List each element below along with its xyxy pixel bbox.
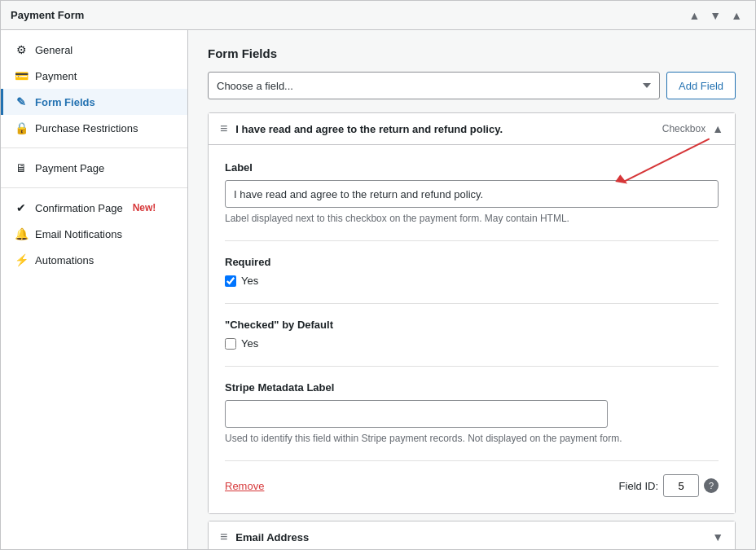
accordion-email-address: ≡ Email Address ▼: [208, 521, 736, 549]
field-id-row: Field ID: ?: [619, 474, 719, 497]
field-id-label: Field ID:: [619, 480, 658, 492]
bell-icon: 🔔: [14, 227, 29, 240]
app-window: Payment Form ▲ ▼ ▲ ⚙ General 💳 Payment ✎…: [0, 0, 756, 550]
page-title: Form Fields: [208, 46, 736, 60]
sidebar-item-label: Confirmation Page: [35, 202, 123, 214]
field-selector-row: Choose a field... Add Field: [208, 72, 736, 99]
sidebar-divider-1: [1, 147, 187, 148]
stripe-metadata-input[interactable]: [225, 400, 608, 428]
svg-line-0: [624, 139, 710, 182]
sidebar-item-label: General: [35, 44, 73, 56]
checked-default-checkbox[interactable]: [225, 338, 236, 350]
sidebar-item-payment-page[interactable]: 🖥 Payment Page: [1, 155, 187, 181]
sidebar-item-label: Payment: [35, 70, 77, 82]
sidebar-item-label: Automations: [35, 254, 94, 266]
gear-icon: ⚙: [14, 43, 29, 56]
accordion-checkbox-field: ≡ I have read and agree to the return an…: [208, 112, 736, 514]
drag-handle-icon: ≡: [220, 530, 227, 544]
sidebar-divider-2: [1, 187, 187, 188]
sidebar-item-payment[interactable]: 💳 Payment: [1, 63, 187, 89]
chevron-down-icon: ▼: [712, 530, 723, 543]
arrow-container: [225, 180, 719, 208]
checked-default-checkbox-row: Yes: [225, 337, 719, 350]
check-icon: ✔: [14, 201, 29, 214]
accordion-header-email[interactable]: ≡ Email Address ▼: [209, 521, 735, 549]
title-bar-title: Payment Form: [11, 9, 84, 21]
credit-card-icon: 💳: [14, 69, 29, 82]
stripe-metadata-field-group: Stripe Metadata Label Used to identify t…: [225, 366, 719, 444]
remove-button[interactable]: Remove: [225, 480, 264, 492]
title-bar: Payment Form ▲ ▼ ▲: [1, 1, 755, 30]
add-field-button[interactable]: Add Field: [666, 72, 736, 99]
main-content: Form Fields Choose a field... Add Field …: [188, 30, 755, 549]
title-bar-controls: ▲ ▼ ▲: [685, 7, 745, 24]
sidebar-item-label: Email Notifications: [35, 228, 122, 240]
accordion-title-checkbox: I have read and agree to the return and …: [235, 123, 662, 135]
main-layout: ⚙ General 💳 Payment ✎ Form Fields 🔒 Purc…: [1, 30, 755, 549]
sidebar-item-confirmation-page[interactable]: ✔ Confirmation Page New!: [1, 195, 187, 221]
sidebar-item-automations[interactable]: ⚡ Automations: [1, 247, 187, 273]
sidebar-item-form-fields[interactable]: ✎ Form Fields: [1, 89, 187, 115]
field-select-dropdown[interactable]: Choose a field...: [208, 72, 660, 99]
stripe-metadata-hint: Used to identify this field within Strip…: [225, 433, 719, 444]
checked-default-field-group: "Checked" by Default Yes: [225, 303, 719, 350]
title-bar-up-btn[interactable]: ▲: [685, 7, 703, 24]
bolt-icon: ⚡: [14, 253, 29, 266]
field-id-input[interactable]: [663, 474, 699, 497]
required-checkbox-row: Yes: [225, 275, 719, 287]
help-icon[interactable]: ?: [704, 478, 719, 493]
accordion-title-email: Email Address: [235, 531, 712, 543]
label-field-group: Label Label displayed next to this check…: [225, 161, 719, 224]
sidebar-item-purchase-restrictions[interactable]: 🔒 Purchase Restrictions: [1, 115, 187, 141]
monitor-icon: 🖥: [14, 161, 29, 174]
new-badge: New!: [133, 202, 156, 213]
sidebar: ⚙ General 💳 Payment ✎ Form Fields 🔒 Purc…: [1, 30, 188, 549]
accordion-header-checkbox[interactable]: ≡ I have read and agree to the return an…: [209, 113, 735, 145]
drag-handle-icon: ≡: [220, 121, 227, 136]
chevron-up-icon: ▲: [712, 122, 723, 135]
label-hint: Label displayed next to this checkbox on…: [225, 213, 719, 224]
title-bar-expand-btn[interactable]: ▲: [727, 7, 745, 24]
required-field-group: Required Yes: [225, 240, 719, 287]
sidebar-item-general[interactable]: ⚙ General: [1, 37, 187, 63]
sidebar-item-label: Payment Page: [35, 162, 104, 174]
edit-icon: ✎: [14, 95, 29, 108]
accordion-footer-checkbox: Remove Field ID: ?: [225, 460, 719, 497]
checked-default-section-label: "Checked" by Default: [225, 319, 719, 331]
required-checkbox-label: Yes: [241, 275, 258, 287]
checked-default-checkbox-label: Yes: [241, 337, 258, 350]
sidebar-item-label: Form Fields: [35, 96, 95, 108]
label-section-label: Label: [225, 161, 719, 174]
required-section-label: Required: [225, 256, 719, 268]
accordion-type-checkbox: Checkbox: [662, 123, 705, 134]
lock-icon: 🔒: [14, 121, 29, 134]
accordion-body-checkbox: Label Label displayed next to this check…: [209, 145, 735, 513]
label-input[interactable]: [225, 180, 719, 208]
title-bar-down-btn[interactable]: ▼: [706, 7, 724, 24]
required-checkbox[interactable]: [225, 275, 236, 287]
stripe-metadata-section-label: Stripe Metadata Label: [225, 381, 719, 394]
sidebar-item-label: Purchase Restrictions: [35, 122, 138, 134]
sidebar-item-email-notifications[interactable]: 🔔 Email Notifications: [1, 221, 187, 247]
